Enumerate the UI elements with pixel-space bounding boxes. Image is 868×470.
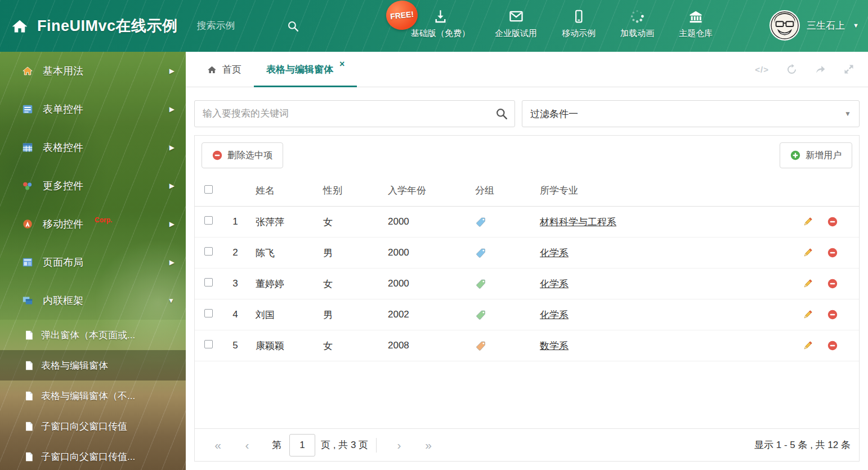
sidebar-item-inline-frame[interactable]: 内联框架 ▼	[0, 281, 186, 320]
search-icon[interactable]	[495, 108, 508, 122]
delete-icon[interactable]	[827, 279, 838, 289]
nav-theme-store[interactable]: 主题仓库	[679, 7, 713, 39]
major-link[interactable]: 材料科学与工程系	[540, 217, 616, 227]
app-title: FineUIMvc在线示例	[37, 16, 178, 36]
cell-year: 2000	[381, 278, 468, 289]
sidebar-subitem-child-to-parent-2[interactable]: 子窗口向父窗口传值...	[0, 441, 186, 470]
edit-icon[interactable]	[802, 248, 813, 258]
filter-dropdown[interactable]: 过滤条件一 ▼	[522, 100, 860, 127]
row-number: 3	[222, 278, 249, 289]
header-search-input[interactable]	[197, 20, 281, 32]
sidebar-subitem-grid-edit-window[interactable]: 表格与编辑窗体	[0, 350, 186, 381]
table-row: 5 康颖颖 女 2008 数学系	[195, 330, 859, 361]
sidebar-subitem-label: 表格与编辑窗体	[41, 359, 108, 372]
share-icon[interactable]	[815, 64, 826, 75]
nav-label: 移动示例	[562, 28, 596, 39]
filter-dropdown-value: 过滤条件一	[530, 108, 578, 120]
major-link[interactable]: 数学系	[540, 341, 569, 351]
row-checkbox[interactable]	[204, 216, 213, 225]
major-link[interactable]: 化学系	[540, 248, 569, 258]
header-nav: 基础版（免费） 企业版试用 移动示例 加载动画	[411, 7, 713, 39]
page-number-input[interactable]	[289, 434, 315, 456]
home-icon[interactable]	[10, 17, 29, 34]
app: FineUIMvc在线示例 FREE! 基础版（免费） 企业版试用	[0, 0, 868, 470]
filter-row: 过滤条件一 ▼	[194, 100, 860, 127]
cell-year: 2008	[381, 340, 468, 351]
nav-mobile-demo[interactable]: 移动示例	[562, 7, 596, 39]
sidebar-item-grid-controls[interactable]: 表格控件 ▶	[0, 128, 186, 167]
last-page-button[interactable]: »	[414, 438, 443, 452]
main-area: 首页 表格与编辑窗体 × </>	[186, 52, 868, 470]
user-menu[interactable]: 三生石上 ▼	[769, 10, 859, 41]
row-checkbox[interactable]	[204, 340, 213, 348]
sidebar-subitem-grid-edit-window-alt[interactable]: 表格与编辑窗体（不...	[0, 381, 186, 411]
cell-name: 陈飞	[249, 247, 316, 259]
table-row: 4 刘国 男 2002 化学系	[195, 299, 859, 330]
frame-icon	[21, 296, 34, 306]
file-icon	[25, 452, 33, 462]
row-checkbox[interactable]	[204, 247, 213, 256]
keyword-search-input[interactable]	[194, 100, 515, 127]
spinner-icon	[629, 7, 645, 24]
column-header-name: 姓名	[249, 184, 316, 197]
sidebar-item-basic-usage[interactable]: 基本用法 ▶	[0, 52, 186, 90]
file-icon	[25, 422, 33, 431]
cell-name: 董婷婷	[249, 277, 316, 290]
tag-icon	[468, 310, 533, 320]
delete-icon[interactable]	[827, 310, 838, 320]
delete-icon[interactable]	[827, 248, 838, 258]
sidebar-item-mobile-controls[interactable]: 移动控件 Corp. ▶	[0, 205, 186, 243]
body-row: 基本用法 ▶ 表单控件 ▶ 表格控件 ▶	[0, 52, 868, 470]
edit-icon[interactable]	[802, 217, 813, 227]
refresh-icon[interactable]	[786, 64, 798, 75]
nav-basic-edition[interactable]: 基础版（免费）	[411, 7, 470, 39]
tab-grid-edit-window[interactable]: 表格与编辑窗体 ×	[254, 52, 357, 87]
expand-icon[interactable]	[843, 64, 854, 75]
corp-badge: Corp.	[95, 216, 112, 224]
edit-icon[interactable]	[802, 310, 813, 320]
sidebar-item-page-layout[interactable]: 页面布局 ▶	[0, 243, 186, 281]
sidebar-item-form-controls[interactable]: 表单控件 ▶	[0, 90, 186, 128]
source-code-icon[interactable]: </>	[755, 65, 769, 74]
more-controls-icon	[21, 181, 34, 191]
sidebar-item-label: 表格控件	[43, 141, 83, 154]
row-checkbox[interactable]	[204, 309, 213, 317]
chevron-right-icon: ▶	[169, 67, 175, 75]
close-icon[interactable]: ×	[339, 59, 344, 69]
pagination-bar: « ‹ 第 页 , 共 3 页 › » 显示 1 - 5 条 , 共 12 条	[195, 428, 859, 461]
delete-selected-button[interactable]: 删除选中项	[202, 142, 283, 168]
nav-loading-animation[interactable]: 加载动画	[620, 7, 654, 39]
tab-home[interactable]: 首页	[194, 52, 254, 87]
tab-tools: </>	[755, 52, 854, 87]
tab-label: 表格与编辑窗体	[266, 63, 333, 76]
select-all-checkbox[interactable]	[204, 185, 213, 194]
delete-selected-label: 删除选中项	[227, 150, 272, 162]
next-page-button[interactable]: ›	[384, 438, 414, 452]
delete-icon[interactable]	[827, 341, 838, 351]
row-checkbox[interactable]	[204, 278, 213, 287]
table-row: 2 陈飞 男 2000 化学系	[195, 238, 859, 268]
major-link[interactable]: 化学系	[540, 279, 569, 289]
keyword-search	[194, 100, 515, 127]
sidebar-item-more-controls[interactable]: 更多控件 ▶	[0, 167, 186, 205]
edit-icon[interactable]	[802, 341, 813, 351]
table-row: 3 董婷婷 女 2000 化学系	[195, 268, 859, 299]
prev-page-button[interactable]: ‹	[232, 438, 262, 452]
major-link[interactable]: 化学系	[540, 310, 569, 320]
search-icon[interactable]	[287, 20, 299, 32]
table-icon	[21, 142, 34, 153]
sidebar-subitem-label: 子窗口向父窗口传值...	[41, 450, 135, 463]
chevron-down-icon: ▼	[168, 297, 175, 305]
first-page-button[interactable]: «	[203, 438, 232, 452]
edit-icon[interactable]	[802, 279, 813, 289]
mail-icon	[508, 7, 524, 24]
sidebar-item-label: 移动控件	[43, 217, 83, 231]
page-label-total: 页 , 共 3 页	[321, 438, 368, 451]
add-user-button[interactable]: 新增用户	[780, 142, 852, 168]
download-icon	[433, 7, 448, 24]
delete-icon[interactable]	[827, 217, 838, 227]
sidebar-subitem-child-to-parent[interactable]: 子窗口向父窗口传值	[0, 411, 186, 441]
tab-bar: 首页 表格与编辑窗体 × </>	[186, 52, 868, 87]
sidebar-subitem-popup-window[interactable]: 弹出窗体（本页面或...	[0, 320, 186, 350]
nav-enterprise-trial[interactable]: 企业版试用	[495, 7, 537, 39]
